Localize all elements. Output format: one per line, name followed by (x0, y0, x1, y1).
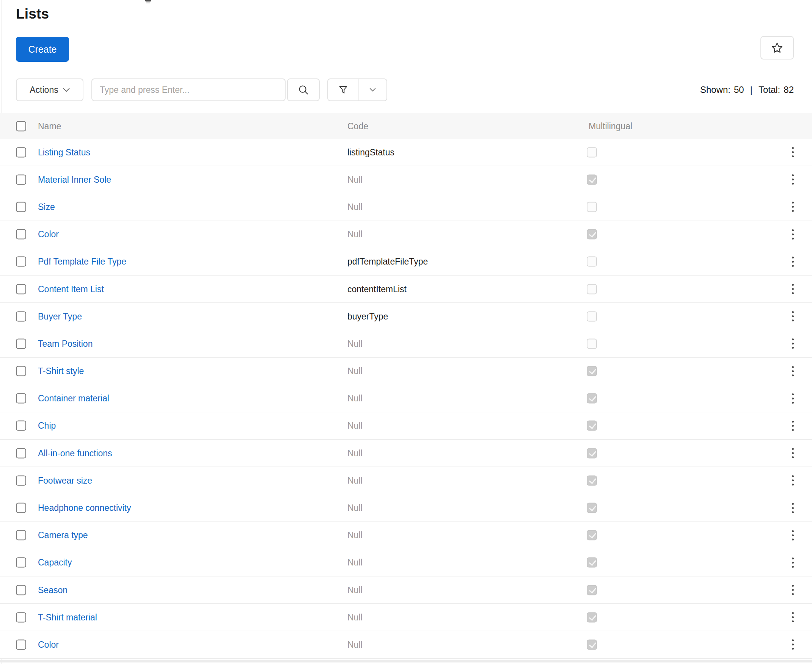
row-code-value: Null (347, 612, 363, 622)
row-select-checkbox[interactable] (16, 530, 26, 540)
row-select-checkbox[interactable] (16, 257, 26, 267)
total-label: Total: (758, 85, 780, 95)
row-name-link[interactable]: Buyer Type (38, 311, 82, 321)
row-menu-button[interactable] (784, 252, 802, 271)
row-name-link[interactable]: Content Item List (38, 284, 104, 294)
page-title: Lists (16, 6, 49, 22)
row-name-link[interactable]: T-Shirt material (38, 612, 97, 622)
favorite-button[interactable] (760, 36, 794, 60)
row-select-checkbox[interactable] (16, 503, 26, 513)
row-select-checkbox[interactable] (16, 612, 26, 622)
row-menu-button[interactable] (784, 471, 802, 490)
row-name-link[interactable]: Headphone connectivity (38, 503, 131, 513)
row-menu-button[interactable] (784, 334, 802, 353)
row-select-checkbox[interactable] (16, 284, 26, 294)
row-menu-button[interactable] (784, 361, 802, 381)
filter-button[interactable] (328, 79, 359, 101)
row-code-value: Null (347, 339, 363, 349)
row-name-link[interactable]: Pdf Template File Type (38, 257, 126, 267)
row-menu-button[interactable] (784, 307, 802, 326)
row-code-value: buyerType (347, 311, 388, 321)
row-name-link[interactable]: Footwear size (38, 475, 92, 485)
row-code-value: Null (347, 202, 363, 212)
row-select-checkbox[interactable] (16, 202, 26, 212)
row-menu-button[interactable] (784, 607, 802, 627)
row-select-checkbox[interactable] (16, 174, 26, 185)
kebab-menu-icon (792, 503, 794, 505)
table-row: Team Position Null (0, 330, 812, 357)
row-menu-button[interactable] (784, 197, 802, 217)
table-row: T-Shirt material Null (0, 604, 812, 631)
row-select-checkbox[interactable] (16, 339, 26, 349)
create-button[interactable]: Create (16, 37, 69, 62)
row-menu-button[interactable] (784, 143, 802, 162)
row-select-checkbox[interactable] (16, 448, 26, 458)
search-button[interactable] (287, 78, 320, 101)
multilingual-checkbox (587, 229, 597, 239)
row-name-link[interactable]: Color (38, 640, 59, 649)
row-name-link[interactable]: All-in-one functions (38, 448, 112, 458)
multilingual-checkbox (587, 503, 597, 513)
row-name-link[interactable]: Camera type (38, 530, 88, 540)
row-code-value: Null (347, 229, 363, 239)
chevron-down-icon (369, 88, 376, 92)
kebab-menu-icon (792, 640, 794, 641)
row-menu-button[interactable] (784, 389, 802, 408)
kebab-menu-icon (792, 612, 794, 614)
kebab-menu-icon (792, 202, 794, 203)
table-row: Chip Null (0, 412, 812, 439)
row-menu-button[interactable] (784, 635, 802, 654)
row-code-value: pdfTemplateFileType (347, 257, 428, 267)
kebab-menu-icon (792, 147, 794, 149)
row-select-checkbox[interactable] (16, 558, 26, 568)
chevron-down-icon (63, 88, 70, 92)
row-menu-button[interactable] (784, 498, 802, 518)
row-select-checkbox[interactable] (16, 640, 26, 649)
search-input[interactable] (91, 78, 285, 101)
table-row: Color Null (0, 631, 812, 658)
row-menu-button[interactable] (784, 170, 802, 189)
multilingual-checkbox (587, 475, 597, 485)
row-code-value: Null (347, 558, 363, 568)
row-name-link[interactable]: Material Inner Sole (38, 174, 111, 185)
row-select-checkbox[interactable] (16, 366, 26, 376)
row-name-link[interactable]: Chip (38, 421, 56, 431)
row-name-link[interactable]: Container material (38, 394, 109, 404)
row-code-value: listingStatus (347, 147, 395, 157)
row-code-value: Null (347, 394, 363, 404)
star-icon (771, 42, 783, 54)
filter-chevron-button[interactable] (359, 79, 386, 101)
kebab-menu-icon (792, 311, 794, 313)
row-name-link[interactable]: Size (38, 202, 55, 212)
row-select-checkbox[interactable] (16, 311, 26, 321)
row-menu-button[interactable] (784, 580, 802, 600)
row-menu-button[interactable] (784, 525, 802, 545)
row-select-checkbox[interactable] (16, 475, 26, 485)
kebab-menu-icon (792, 421, 794, 423)
select-all-checkbox[interactable] (16, 121, 26, 131)
row-select-checkbox[interactable] (16, 421, 26, 431)
row-menu-button[interactable] (784, 553, 802, 572)
table-row: Camera type Null (0, 522, 812, 549)
table-row: Color Null (0, 221, 812, 248)
row-menu-button[interactable] (784, 279, 802, 299)
row-name-link[interactable]: Season (38, 585, 67, 595)
row-name-link[interactable]: Capacity (38, 558, 72, 568)
kebab-menu-icon (792, 257, 794, 259)
row-name-link[interactable]: Color (38, 229, 59, 239)
cutoff-element (145, 0, 151, 2)
row-select-checkbox[interactable] (16, 585, 26, 595)
actions-dropdown[interactable]: Actions (16, 78, 83, 101)
row-name-link[interactable]: Team Position (38, 339, 93, 349)
row-code-value: Null (347, 585, 363, 595)
row-select-checkbox[interactable] (16, 229, 26, 239)
row-menu-button[interactable] (784, 225, 802, 244)
row-menu-button[interactable] (784, 416, 802, 436)
lists-page: Lists Create Actions (0, 0, 812, 664)
row-name-link[interactable]: Listing Status (38, 147, 90, 157)
row-select-checkbox[interactable] (16, 147, 26, 157)
table-row: Buyer Type buyerType (0, 303, 812, 330)
row-name-link[interactable]: T-Shirt style (38, 366, 84, 376)
row-menu-button[interactable] (784, 443, 802, 463)
row-select-checkbox[interactable] (16, 394, 26, 404)
